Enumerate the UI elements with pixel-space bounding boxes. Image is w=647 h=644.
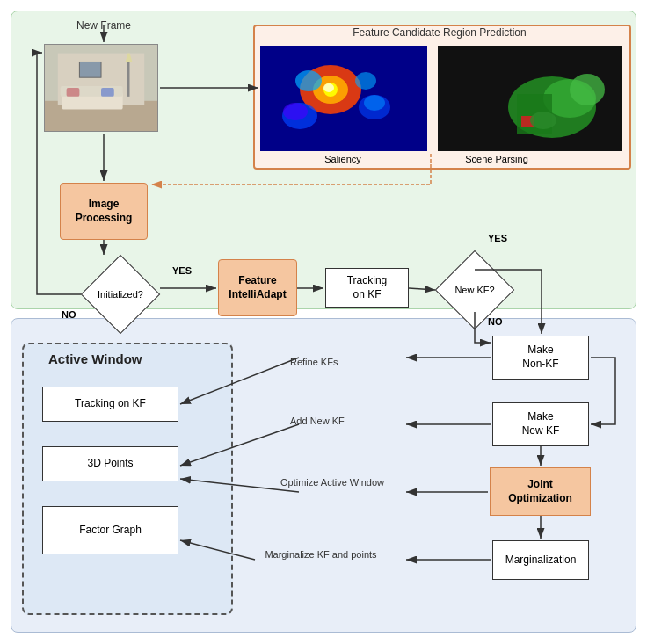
joint-optimization-box: Joint Optimization [490,467,591,516]
svg-rect-7 [79,62,101,77]
joint-optimization-label: Joint Optimization [508,478,572,505]
scene-parsing-label: Scene Parsing [448,154,545,164]
new-kf-label: New KF? [435,250,514,329]
refine-kfs-label: Refine KFs [290,357,338,367]
feature-intelliadapt-label: Feature IntelliAdapt [229,274,286,301]
tracking-kf-active-box: Tracking on KF [42,387,178,422]
optimize-active-window-label: Optimize Active Window [271,477,394,488]
prediction-region-title: Feature Candidate Region Prediction [330,26,549,39]
new-frame-label: New Frame [60,19,148,32]
make-non-kf-label: Make Non-KF [522,344,558,371]
new-kf-diamond: New KF? [435,250,514,329]
svg-point-19 [364,95,385,111]
initialized-diamond: Initialized? [81,255,160,334]
tracking-kf-active-label: Tracking on KF [75,397,146,411]
yes-label-2: YES [488,233,507,243]
scene-parsing-image [438,46,622,151]
svg-rect-5 [127,62,130,96]
diagram-container: Active Window New Frame Feature Candidat… [0,0,647,644]
room-image [44,44,158,132]
factor-graph-label: Factor Graph [79,524,142,538]
three-d-points-label: 3D Points [87,457,133,471]
make-non-kf-box: Make Non-KF [492,336,589,380]
no-label-1: NO [62,309,76,320]
svg-rect-9 [101,88,114,97]
svg-rect-8 [67,88,80,97]
three-d-points-box: 3D Points [42,446,178,481]
svg-point-16 [295,70,322,91]
initialized-label: Initialized? [81,255,160,334]
svg-point-18 [283,103,308,120]
svg-point-20 [324,83,334,92]
add-new-kf-label: Add New KF [290,416,345,426]
active-window-title: Active Window [48,351,142,366]
marginalization-label: Marginalization [505,554,577,568]
saliency-label: Saliency [299,154,387,164]
image-processing-label: Image Processing [76,198,133,225]
marginalize-kf-label: Marginalize KF and points [255,549,387,560]
svg-point-17 [355,72,376,90]
marginalization-box: Marginalization [492,540,589,580]
factor-graph-box: Factor Graph [42,506,178,554]
svg-point-26 [570,74,605,105]
yes-label-1: YES [172,265,192,276]
saliency-image [260,46,427,151]
feature-intelliadapt-box: Feature IntelliAdapt [218,259,297,316]
tracking-kf-box-top: Tracking on KF [325,268,409,308]
make-new-kf-box: Make New KF [492,402,589,446]
image-processing-box: Image Processing [60,183,148,240]
svg-point-27 [530,112,556,129]
make-new-kf-label: Make New KF [522,410,560,438]
tracking-kf-top-label: Tracking on KF [347,274,388,301]
